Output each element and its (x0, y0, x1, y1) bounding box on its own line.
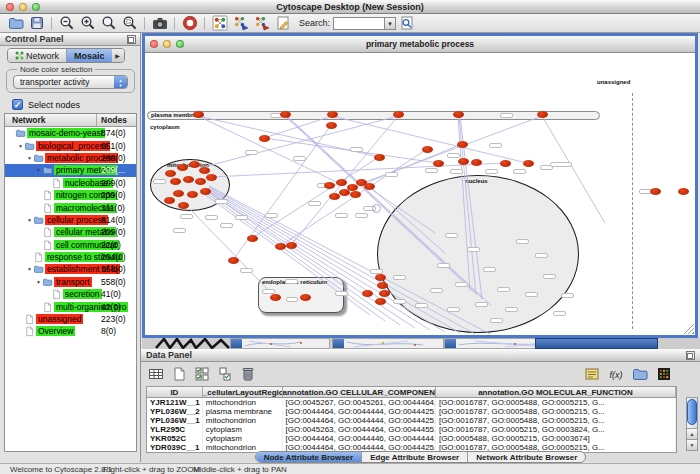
network-node[interactable] (329, 193, 340, 200)
network-node[interactable] (678, 188, 689, 195)
network-node[interactable] (453, 111, 464, 118)
scroll-up-icon[interactable]: ▲ (687, 428, 697, 439)
network-node[interactable] (458, 158, 469, 165)
save-icon[interactable] (26, 14, 47, 32)
network-node[interactable] (195, 178, 206, 185)
network-node[interactable] (362, 290, 373, 297)
tree-row-response-to-stimulu[interactable]: response to stimulu264(0) (5, 251, 136, 263)
network-node[interactable] (537, 111, 548, 118)
expand-arrow-icon[interactable]: ▼ (17, 143, 24, 149)
tab-overflow-button[interactable]: ▶ (112, 49, 124, 62)
zoom-fit-icon[interactable] (98, 14, 119, 32)
network-node[interactable] (177, 164, 188, 171)
annotation-icon[interactable] (272, 14, 293, 32)
zoom-selected-icon[interactable] (119, 14, 140, 32)
help-icon[interactable] (179, 14, 200, 32)
tree-row-cellular-metabo[interactable]: cellular metabo209(0) (5, 226, 136, 238)
search-mode-icon[interactable] (396, 14, 417, 32)
unselect-attributes-icon[interactable] (214, 365, 235, 383)
column-header-3[interactable]: annotation.GO CELLULAR_COMPONENT (283, 387, 436, 397)
expand-arrow-icon[interactable]: ▼ (26, 155, 33, 161)
network-node[interactable] (286, 242, 297, 249)
float-panel-icon[interactable] (127, 35, 136, 44)
network-node[interactable] (187, 191, 198, 198)
network-node[interactable] (422, 146, 433, 153)
open-file-icon[interactable] (5, 14, 26, 32)
network-view-icon[interactable] (209, 14, 230, 32)
network-node[interactable] (200, 188, 211, 195)
tree-column-network[interactable]: Network (5, 114, 97, 126)
network-node[interactable] (228, 257, 239, 264)
network-node[interactable] (326, 122, 337, 129)
network-node[interactable] (247, 235, 258, 242)
network-node[interactable] (164, 197, 175, 204)
network-node[interactable] (183, 176, 194, 183)
tree-row-multi-organism-pro[interactable]: multi-organism pro42(0) (5, 300, 136, 312)
table-row[interactable]: YLR295Ccytoplasm[GO:0045263, GO:0044464,… (147, 425, 676, 434)
tree-column-nodes[interactable]: Nodes (97, 114, 127, 126)
expand-arrow-icon[interactable]: ▼ (26, 266, 33, 272)
network-node[interactable] (374, 154, 385, 161)
search-dropdown-icon[interactable]: ▼ (385, 17, 396, 30)
network-node[interactable] (500, 160, 511, 167)
tree-row-primary-metabo[interactable]: ▼primary metabo209(... (5, 164, 136, 176)
tree-row-nitrogen-compo[interactable]: nitrogen compo209(0) (5, 189, 136, 201)
table-scrollbar[interactable]: ▲ ▼ (686, 397, 698, 451)
column-header-2[interactable]: _cellularLayoutRegion (203, 387, 283, 397)
network-import-1-icon[interactable] (230, 14, 251, 32)
tab-edge-attribute-browser[interactable]: Edge Attribute Browser (362, 452, 468, 462)
network-node[interactable] (324, 182, 335, 189)
tree-row-secretion[interactable]: secretion41(0) (5, 288, 136, 300)
snapshot-icon[interactable] (149, 14, 170, 32)
tree-row-establishment-of-lo[interactable]: ▼establishment of lo558(0) (5, 263, 136, 275)
tab-mosaic[interactable]: Mosaic (67, 49, 112, 62)
network-node[interactable] (327, 111, 338, 118)
network-node[interactable] (377, 282, 388, 289)
tree-row-biological-process[interactable]: ▼biological_process651(0) (5, 139, 136, 151)
background-window-titlebar[interactable] (535, 338, 658, 349)
column-header-4[interactable]: annotation.GO MOLECULAR_FUNCTION (436, 387, 676, 397)
network-node[interactable] (650, 188, 661, 195)
expand-arrow-icon[interactable]: ▼ (35, 167, 42, 173)
tab-network-attribute-browser[interactable]: Network Attribute Browser (468, 452, 585, 462)
tree-row-overview[interactable]: Overview8(0) (5, 325, 136, 337)
network-node[interactable] (393, 111, 404, 118)
network-node[interactable] (170, 178, 181, 185)
tree-row-transport[interactable]: ▼transport558(0) (5, 276, 136, 288)
float-panel-icon[interactable] (686, 351, 695, 360)
node-color-dropdown[interactable]: transporter activity ▲▼ (13, 75, 128, 89)
tree-row-cell-communicat[interactable]: cell communicat22(0) (5, 239, 136, 251)
table-row[interactable]: YJR121W__1mitochondrion[GO:0045267, GO:0… (147, 398, 676, 407)
tab-network[interactable]: Network (8, 49, 67, 62)
table-row[interactable]: YPL036W__2plasma membrane[GO:0044464, GO… (147, 407, 676, 416)
zoom-out-icon[interactable] (56, 14, 77, 32)
network-node[interactable] (336, 179, 347, 186)
tree-row-cellular-process[interactable]: ▼cellular process614(0) (5, 214, 136, 226)
network-node[interactable] (300, 294, 311, 301)
zoom-in-icon[interactable] (77, 14, 98, 32)
network-node[interactable] (199, 167, 210, 174)
network-node[interactable] (375, 274, 386, 281)
network-node[interactable] (375, 298, 386, 305)
network-node[interactable] (350, 191, 361, 198)
expand-arrow-icon[interactable]: ▼ (26, 217, 33, 223)
network-node[interactable] (165, 170, 176, 177)
network-view-titlebar[interactable]: primary metabolic process (145, 36, 695, 53)
search-input[interactable] (333, 17, 385, 30)
scrollbar-thumb[interactable] (687, 399, 697, 425)
network-node[interactable] (364, 183, 375, 190)
network-node[interactable] (275, 243, 286, 250)
select-nodes-checkbox[interactable]: ✓ (12, 99, 23, 110)
tree-row-mosaic-demo-yeast[interactable]: mosaic-demo-yeast874(0) (5, 127, 136, 139)
network-node[interactable] (270, 294, 281, 301)
network-node[interactable] (471, 159, 482, 166)
network-node[interactable] (457, 141, 468, 148)
import-attributes-icon[interactable] (629, 365, 650, 383)
network-node[interactable] (206, 174, 217, 181)
network-node[interactable] (259, 135, 270, 142)
new-attribute-icon[interactable] (168, 365, 189, 383)
network-node[interactable] (193, 111, 204, 118)
tab-node-attribute-browser[interactable]: Node Attribute Browser (256, 452, 363, 462)
scroll-down-icon[interactable]: ▼ (687, 439, 697, 450)
table-row[interactable]: YPL036W__1mitochondrion[GO:0044464, GO:0… (147, 416, 676, 425)
